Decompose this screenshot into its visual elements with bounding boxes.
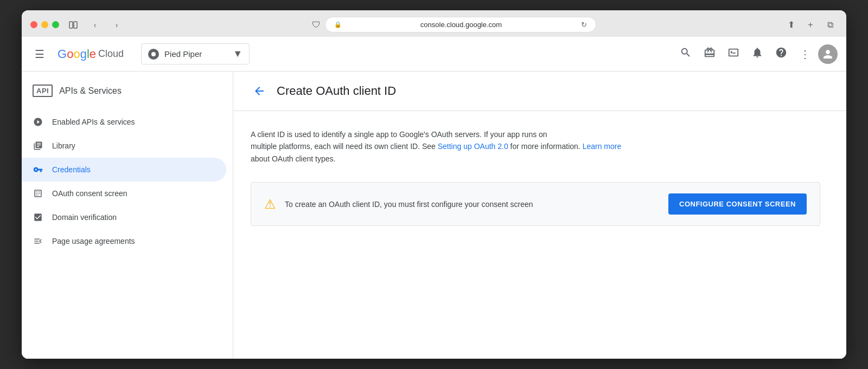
sidebar-toggle-button[interactable] bbox=[66, 17, 81, 33]
search-button[interactable] bbox=[675, 43, 697, 65]
sidebar-item-domain-verification[interactable]: Domain verification bbox=[22, 205, 226, 229]
configure-consent-screen-button[interactable]: CONFIGURE CONSENT SCREEN bbox=[668, 193, 807, 215]
google-logo-text: Google bbox=[58, 47, 96, 61]
project-selector[interactable]: Pied Piper ▼ bbox=[141, 43, 250, 64]
page-header: Create OAuth client ID bbox=[233, 72, 846, 111]
address-bar-container: 🛡 🔒 console.cloud.google.com ↻ bbox=[131, 17, 777, 33]
oauth-consent-icon bbox=[33, 188, 43, 199]
notifications-button[interactable] bbox=[746, 43, 768, 65]
domain-verification-label: Domain verification bbox=[52, 213, 117, 222]
oauth-consent-label: OAuth consent screen bbox=[52, 189, 127, 198]
warning-banner: ⚠ To create an OAuth client ID, you must… bbox=[251, 182, 820, 226]
help-button[interactable] bbox=[770, 43, 792, 65]
warning-text: To create an OAuth client ID, you must f… bbox=[285, 200, 660, 209]
lock-icon: 🔒 bbox=[334, 21, 342, 28]
hamburger-icon: ☰ bbox=[35, 48, 44, 61]
main-layout: API APIs & Services Enabled APIs & servi… bbox=[22, 72, 846, 359]
description-line4: about OAuth client types. bbox=[251, 154, 335, 163]
learn-more-link[interactable]: Learn more bbox=[583, 142, 622, 151]
forward-nav-button[interactable]: › bbox=[109, 17, 124, 33]
sidebar-item-enabled-apis[interactable]: Enabled APIs & services bbox=[22, 110, 226, 134]
description-line3: for more information. bbox=[510, 142, 580, 151]
svg-rect-0 bbox=[69, 22, 73, 28]
browser-actions: ⬆ + ⧉ bbox=[783, 17, 838, 33]
page-title: Create OAuth client ID bbox=[277, 84, 396, 98]
terminal-icon bbox=[727, 47, 739, 61]
page-usage-icon bbox=[33, 236, 43, 247]
sidebar-item-page-usage[interactable]: Page usage agreements bbox=[22, 229, 226, 253]
library-label: Library bbox=[52, 141, 75, 150]
project-name: Pied Piper bbox=[164, 49, 227, 59]
sidebar-item-library[interactable]: Library bbox=[22, 134, 226, 158]
sidebar-item-credentials[interactable]: Credentials bbox=[22, 158, 226, 182]
enabled-apis-icon bbox=[33, 116, 43, 127]
api-badge: API bbox=[33, 85, 53, 97]
maximize-button[interactable] bbox=[52, 21, 59, 28]
browser-titlebar: ‹ › 🛡 🔒 console.cloud.google.com ↻ ⬆ + ⧉ bbox=[22, 10, 846, 37]
cloud-shell-button[interactable] bbox=[723, 43, 744, 65]
enabled-apis-label: Enabled APIs & services bbox=[52, 118, 135, 126]
user-avatar[interactable] bbox=[818, 44, 838, 64]
sidebar-title: APIs & Services bbox=[59, 86, 122, 96]
description-text: A client ID is used to identify a single… bbox=[251, 128, 630, 165]
refresh-icon[interactable]: ↻ bbox=[581, 21, 587, 29]
share-button[interactable]: ⬆ bbox=[783, 17, 799, 33]
close-button[interactable] bbox=[30, 21, 37, 28]
url-text: console.cloud.google.com bbox=[346, 21, 577, 29]
sidebar-nav: Enabled APIs & services Library Credenti… bbox=[22, 110, 233, 253]
warning-icon: ⚠ bbox=[264, 197, 276, 212]
description-line1: A client ID is used to identify a single… bbox=[251, 130, 547, 139]
browser-window: ‹ › 🛡 🔒 console.cloud.google.com ↻ ⬆ + ⧉… bbox=[22, 10, 846, 359]
security-shield-icon: 🛡 bbox=[312, 20, 321, 30]
project-dropdown-icon: ▼ bbox=[233, 48, 242, 60]
sidebar-header: API APIs & Services bbox=[22, 76, 233, 106]
credentials-label: Credentials bbox=[52, 165, 91, 174]
top-nav: ☰ Google Cloud Pied Piper ▼ bbox=[22, 37, 846, 72]
search-icon bbox=[680, 47, 692, 61]
sidebar: API APIs & Services Enabled APIs & servi… bbox=[22, 72, 233, 359]
address-bar[interactable]: 🔒 console.cloud.google.com ↻ bbox=[325, 17, 596, 33]
more-options-button[interactable]: ⋮ bbox=[794, 43, 816, 65]
credentials-icon bbox=[33, 164, 43, 175]
project-dot-icon bbox=[148, 49, 159, 60]
content-body: A client ID is used to identify a single… bbox=[233, 111, 846, 243]
google-cloud-logo[interactable]: Google Cloud bbox=[58, 47, 124, 61]
bell-icon bbox=[751, 47, 763, 61]
hamburger-menu-button[interactable]: ☰ bbox=[30, 43, 49, 65]
main-content: Create OAuth client ID A client ID is us… bbox=[233, 72, 846, 359]
library-icon bbox=[33, 140, 43, 151]
nav-actions: ⋮ bbox=[675, 43, 838, 65]
domain-verification-icon bbox=[33, 212, 43, 223]
back-nav-button[interactable]: ‹ bbox=[87, 17, 103, 33]
cloud-logo-text: Cloud bbox=[98, 48, 124, 60]
gift-icon bbox=[704, 47, 716, 61]
marketplace-button[interactable] bbox=[699, 43, 720, 65]
setting-up-oauth-link[interactable]: Setting up OAuth 2.0 bbox=[438, 142, 508, 151]
svg-rect-1 bbox=[74, 22, 77, 28]
page-usage-label: Page usage agreements bbox=[52, 237, 135, 245]
sidebar-item-oauth-consent[interactable]: OAuth consent screen bbox=[22, 182, 226, 205]
tabs-button[interactable]: ⧉ bbox=[822, 17, 838, 33]
minimize-button[interactable] bbox=[41, 21, 48, 28]
traffic-lights bbox=[30, 21, 59, 28]
app-content: ☰ Google Cloud Pied Piper ▼ bbox=[22, 37, 846, 359]
new-tab-button[interactable]: + bbox=[803, 17, 818, 33]
back-button[interactable] bbox=[251, 82, 268, 100]
more-vert-icon: ⋮ bbox=[800, 48, 810, 61]
help-icon bbox=[775, 47, 787, 61]
description-line2: multiple platforms, each will need its o… bbox=[251, 142, 436, 151]
